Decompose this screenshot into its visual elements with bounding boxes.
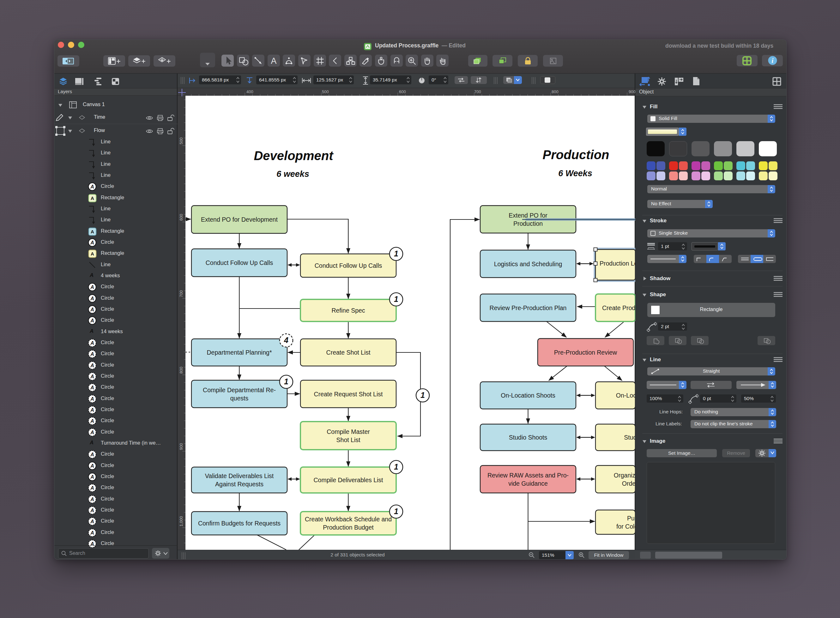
svg-text:A: A bbox=[271, 56, 277, 66]
svg-text:A: A bbox=[90, 385, 94, 390]
svg-text:Validate Deliverables List: Validate Deliverables List bbox=[205, 472, 274, 479]
svg-text:A: A bbox=[90, 463, 94, 469]
svg-text:A: A bbox=[90, 519, 94, 524]
svg-text:A: A bbox=[90, 497, 94, 502]
svg-text:900: 900 bbox=[179, 443, 184, 450]
svg-text:Departmental Planning*: Departmental Planning* bbox=[207, 349, 272, 356]
svg-text:700: 700 bbox=[179, 290, 184, 297]
svg-text:Production Log: Production Log bbox=[599, 260, 635, 267]
svg-text:Create Shot List: Create Shot List bbox=[326, 349, 370, 356]
svg-text:Studio Shoots: Studio Shoots bbox=[624, 434, 635, 441]
svg-text:A: A bbox=[90, 285, 94, 290]
svg-text:Extend PO for Development: Extend PO for Development bbox=[201, 216, 278, 223]
svg-text:900: 900 bbox=[629, 89, 635, 94]
svg-text:1,000: 1,000 bbox=[179, 516, 184, 526]
svg-text:A: A bbox=[90, 407, 94, 413]
svg-text:1: 1 bbox=[394, 507, 398, 515]
svg-text:1: 1 bbox=[394, 249, 398, 258]
svg-text:A: A bbox=[90, 430, 94, 435]
svg-text:Organize and Review: Organize and Review bbox=[614, 472, 635, 479]
svg-text:Confirm Budgets for Requests: Confirm Budgets for Requests bbox=[198, 520, 281, 527]
svg-text:Compile Deliverables List: Compile Deliverables List bbox=[314, 477, 383, 483]
svg-text:500: 500 bbox=[179, 137, 184, 144]
svg-text:A: A bbox=[90, 307, 94, 312]
svg-text:Production: Production bbox=[543, 148, 609, 162]
svg-text:1: 1 bbox=[394, 295, 398, 303]
svg-text:Compile Departmental Re-: Compile Departmental Re- bbox=[203, 386, 276, 394]
svg-text:Development: Development bbox=[254, 149, 334, 163]
svg-text:A: A bbox=[90, 474, 94, 480]
svg-text:Order Materials: Order Materials bbox=[622, 480, 635, 487]
svg-text:vide Guidance: vide Guidance bbox=[508, 480, 548, 487]
svg-text:700: 700 bbox=[474, 89, 481, 94]
svg-text:Extend PO for: Extend PO for bbox=[508, 212, 547, 219]
svg-text:quests: quests bbox=[230, 395, 248, 402]
svg-text:Create Request Shot List: Create Request Shot List bbox=[314, 391, 383, 398]
svg-text:A: A bbox=[90, 452, 94, 457]
svg-text:Pre-Production Review: Pre-Production Review bbox=[554, 349, 617, 356]
svg-text:A: A bbox=[91, 229, 94, 234]
svg-text:1: 1 bbox=[394, 462, 398, 471]
svg-text:for Color Correction: for Color Correction bbox=[616, 523, 635, 530]
svg-text:Production: Production bbox=[513, 220, 543, 227]
svg-text:600: 600 bbox=[399, 89, 406, 94]
svg-text:Review RAW Assets and Pro-: Review RAW Assets and Pro- bbox=[488, 472, 569, 479]
svg-text:Pull Selects: Pull Selects bbox=[627, 515, 635, 522]
svg-text:Compile Master: Compile Master bbox=[327, 428, 370, 435]
svg-text:Logistics and Scheduling: Logistics and Scheduling bbox=[494, 260, 562, 267]
svg-text:A: A bbox=[90, 340, 94, 346]
svg-text:4: 4 bbox=[284, 336, 288, 345]
svg-text:400: 400 bbox=[247, 89, 253, 94]
svg-text:i: i bbox=[772, 57, 774, 64]
svg-text:A: A bbox=[90, 363, 94, 368]
svg-text:Production Budget: Production Budget bbox=[323, 524, 374, 531]
svg-text:A: A bbox=[91, 196, 94, 201]
svg-text:6 Weeks: 6 Weeks bbox=[558, 169, 592, 178]
svg-text:6 weeks: 6 weeks bbox=[277, 169, 309, 179]
svg-text:Create Produc: Create Produc bbox=[602, 305, 635, 311]
svg-text:1: 1 bbox=[421, 391, 425, 400]
svg-text:A: A bbox=[90, 418, 94, 424]
svg-text:On-Location Shoots: On-Location Shoots bbox=[501, 392, 555, 399]
svg-text:A: A bbox=[90, 184, 94, 189]
svg-text:A: A bbox=[90, 530, 94, 536]
svg-text:1: 1 bbox=[284, 377, 288, 386]
svg-text:Conduct Follow Up Calls: Conduct Follow Up Calls bbox=[315, 262, 382, 269]
svg-text:Refine Spec: Refine Spec bbox=[332, 307, 365, 314]
svg-text:500: 500 bbox=[322, 89, 329, 94]
svg-text:800: 800 bbox=[179, 367, 184, 374]
svg-text:Studio Shoots: Studio Shoots bbox=[509, 434, 547, 441]
svg-text:Review Pre-Production Plan: Review Pre-Production Plan bbox=[490, 305, 567, 311]
svg-text:Against Requests: Against Requests bbox=[215, 481, 263, 487]
svg-text:A: A bbox=[90, 240, 94, 245]
svg-text:A: A bbox=[90, 485, 94, 491]
svg-text:A: A bbox=[90, 352, 94, 357]
svg-text:A: A bbox=[90, 296, 94, 301]
svg-text:A: A bbox=[90, 396, 94, 402]
svg-text:A: A bbox=[90, 318, 94, 323]
svg-text:A: A bbox=[90, 508, 94, 513]
svg-text:600: 600 bbox=[179, 214, 184, 221]
svg-text:A: A bbox=[90, 374, 94, 379]
svg-text:A: A bbox=[90, 541, 94, 547]
svg-text:Conduct Follow Up Calls: Conduct Follow Up Calls bbox=[206, 259, 273, 266]
svg-text:800: 800 bbox=[552, 89, 559, 94]
svg-text:Shot List: Shot List bbox=[336, 437, 360, 443]
svg-text:Create Workback Schedule and: Create Workback Schedule and bbox=[305, 515, 392, 523]
svg-text:On-Location Shoots: On-Location Shoots bbox=[616, 392, 635, 399]
svg-text:A: A bbox=[91, 251, 94, 256]
